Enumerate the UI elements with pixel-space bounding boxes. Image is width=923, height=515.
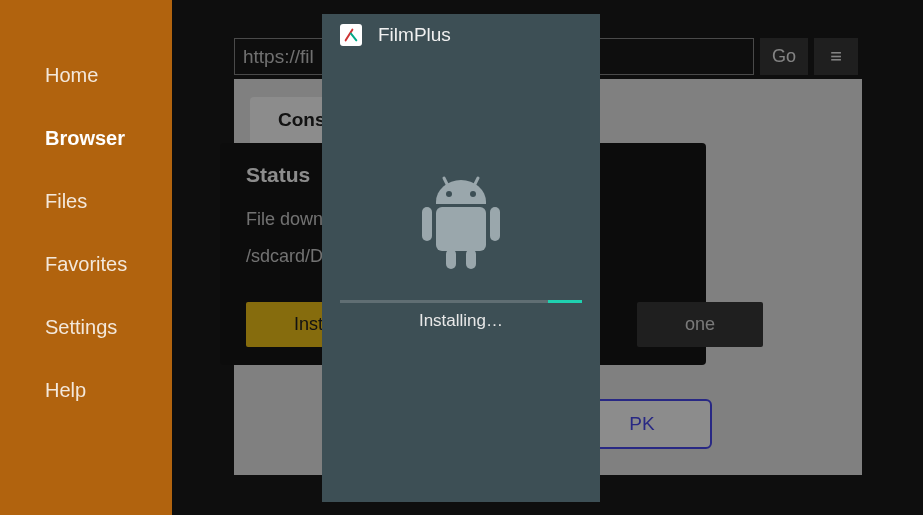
android-robot-icon (322, 174, 600, 274)
sidebar-item-home[interactable]: Home (0, 44, 172, 107)
sidebar-item-browser[interactable]: Browser (0, 107, 172, 170)
sidebar-item-settings[interactable]: Settings (0, 296, 172, 359)
sidebar-item-files[interactable]: Files (0, 170, 172, 233)
app-icon (340, 24, 362, 46)
dialog-header: FilmPlus (322, 14, 600, 56)
install-progress-track (340, 300, 582, 303)
install-dialog: FilmPlus (322, 14, 600, 502)
sidebar-item-favorites[interactable]: Favorites (0, 233, 172, 296)
svg-rect-6 (490, 207, 500, 241)
sidebar: Home Browser Files Favorites Settings He… (0, 0, 172, 515)
svg-rect-8 (466, 249, 476, 269)
installing-label: Installing… (322, 311, 600, 331)
svg-point-3 (470, 191, 476, 197)
dialog-app-name: FilmPlus (378, 24, 451, 46)
svg-rect-4 (436, 207, 486, 251)
svg-rect-7 (446, 249, 456, 269)
install-progress-fill (548, 300, 582, 303)
sidebar-item-help[interactable]: Help (0, 359, 172, 422)
svg-point-2 (446, 191, 452, 197)
svg-rect-5 (422, 207, 432, 241)
